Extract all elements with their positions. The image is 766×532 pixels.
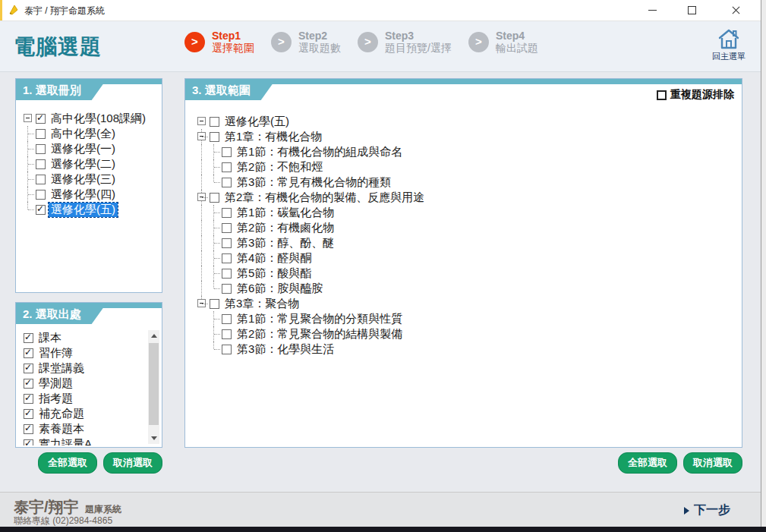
step-3[interactable]: > Step3題目預覽/選擇 xyxy=(358,30,452,54)
tree-checkbox[interactable] xyxy=(222,345,232,354)
tree-checkbox[interactable] xyxy=(210,193,219,203)
scroll-down-icon[interactable] xyxy=(148,433,159,444)
source-item[interactable]: 補充命題 xyxy=(22,406,145,421)
panel-select-source: 2. 選取出處 課本習作簿課堂講義學測題指考題補充命題素養題本實力評量A xyxy=(15,302,162,448)
tree-checkbox[interactable] xyxy=(36,190,46,200)
step-3-sublabel: 題目預覽/選擇 xyxy=(385,42,452,54)
source-item[interactable]: 習作簿 xyxy=(22,345,145,360)
dedupe-checkbox-row[interactable]: 重複題源排除 xyxy=(657,88,734,102)
source-item[interactable]: 學測題 xyxy=(22,376,145,391)
tree-item-label[interactable]: 第1章：有機化合物 xyxy=(222,130,324,144)
tree-item-label[interactable]: 選修化學(五) xyxy=(222,115,292,129)
source-item[interactable]: 實力評量A xyxy=(22,436,145,445)
tree-item-label[interactable]: 高中化學(全) xyxy=(49,127,118,141)
tree-item-label[interactable]: 第3節：化學與生活 xyxy=(235,342,336,357)
tree-checkbox[interactable] xyxy=(222,178,232,187)
tree-checkbox[interactable] xyxy=(222,147,232,157)
tree-item-label[interactable]: 第1節：碳氫化合物 xyxy=(235,206,336,220)
select-all-sources-button[interactable]: 全部選取 xyxy=(38,452,97,474)
tree-row: 第1章：有機化合物 xyxy=(196,129,739,144)
tree-item-label[interactable]: 選修化學(三) xyxy=(49,172,118,187)
tree-checkbox[interactable] xyxy=(36,129,46,139)
page-title: 電腦選題 xyxy=(14,33,102,61)
tree-connector xyxy=(22,172,34,187)
panel-select-scope: 3. 選取範圍 重複題源排除 選修化學(五)第1章：有機化合物第1節：有機化合物… xyxy=(184,78,742,448)
collapse-minus-icon[interactable] xyxy=(197,132,206,140)
tree-item-label[interactable]: 第4節：醛與酮 xyxy=(235,251,314,266)
source-scrollbar[interactable] xyxy=(148,330,159,444)
source-checkbox[interactable] xyxy=(24,348,33,358)
tree-item-label[interactable]: 選修化學(五) xyxy=(49,203,118,217)
tree-connector xyxy=(196,175,208,190)
tree-item-label[interactable]: 選修化學(四) xyxy=(49,187,118,202)
source-item[interactable]: 素養題本 xyxy=(22,421,145,436)
tree-connector xyxy=(22,141,34,156)
tree-item-label[interactable]: 第2節：不飽和烴 xyxy=(235,160,325,175)
source-item[interactable]: 指考題 xyxy=(22,391,145,406)
home-button[interactable]: 回主選單 xyxy=(708,27,750,62)
tree-connector xyxy=(208,235,220,250)
source-checkbox[interactable] xyxy=(24,409,33,419)
tree-item-label[interactable]: 第3章：聚合物 xyxy=(222,297,301,311)
tree-item-label[interactable]: 選修化學(二) xyxy=(49,157,118,172)
tree-checkbox[interactable] xyxy=(222,314,232,324)
step-2[interactable]: > Step2選取題數 xyxy=(271,30,341,54)
tree-checkbox[interactable] xyxy=(36,175,46,184)
scroll-up-icon[interactable] xyxy=(148,330,159,342)
tree-checkbox[interactable] xyxy=(36,159,46,169)
next-step-button[interactable]: 下一步 xyxy=(684,502,730,518)
source-checkbox[interactable] xyxy=(24,439,33,446)
tree-item-label[interactable]: 第1節：有機化合物的組成與命名 xyxy=(235,145,405,159)
tree-item-label[interactable]: 第2節：常見聚合物的結構與製備 xyxy=(235,327,405,342)
collapse-minus-icon[interactable] xyxy=(197,193,206,201)
window-right-edge xyxy=(761,0,766,527)
maximize-button[interactable] xyxy=(675,0,709,20)
tree-item-label[interactable]: 高中化學(108課綱) xyxy=(49,112,148,126)
deselect-scope-button[interactable]: 取消選取 xyxy=(683,452,742,474)
source-checkbox[interactable] xyxy=(24,379,33,389)
tree-checkbox[interactable] xyxy=(222,329,232,339)
tree-checkbox[interactable] xyxy=(36,114,46,124)
tree-row: 第6節：胺與醯胺 xyxy=(196,281,739,296)
book-tree: 高中化學(108課綱)高中化學(全)選修化學(一)選修化學(二)選修化學(三)選… xyxy=(22,111,159,217)
tree-item-label[interactable]: 第3節：常見有機化合物的種類 xyxy=(235,175,393,190)
tree-item-label[interactable]: 第2節：有機鹵化物 xyxy=(235,221,336,235)
source-checkbox[interactable] xyxy=(24,364,33,373)
deselect-sources-button[interactable]: 取消選取 xyxy=(103,452,162,474)
tree-connector xyxy=(196,205,208,220)
minimize-button[interactable] xyxy=(635,0,670,20)
source-checkbox[interactable] xyxy=(24,333,33,343)
tree-checkbox[interactable] xyxy=(222,269,232,279)
select-all-scope-button[interactable]: 全部選取 xyxy=(618,452,677,474)
tree-item-label[interactable]: 選修化學(一) xyxy=(49,142,118,156)
tree-checkbox[interactable] xyxy=(222,223,232,233)
source-item[interactable]: 課堂講義 xyxy=(22,360,145,376)
step-1[interactable]: > Step1選擇範圍 xyxy=(184,30,254,54)
tree-item-label[interactable]: 第6節：胺與醯胺 xyxy=(235,282,325,296)
step-4[interactable]: > Step4輸出試題 xyxy=(468,30,538,54)
source-checkbox[interactable] xyxy=(24,394,33,404)
tree-row: 高中化學(全) xyxy=(22,126,159,141)
tree-checkbox[interactable] xyxy=(222,162,232,172)
collapse-minus-icon[interactable] xyxy=(197,299,206,307)
tree-checkbox[interactable] xyxy=(210,132,219,142)
tree-checkbox[interactable] xyxy=(222,253,232,263)
tree-checkbox[interactable] xyxy=(222,238,232,248)
tree-item-label[interactable]: 第3節：醇、酚、醚 xyxy=(235,236,336,250)
source-checkbox[interactable] xyxy=(24,424,33,434)
tree-item-label[interactable]: 第5節：酸與酯 xyxy=(235,266,314,281)
tree-checkbox[interactable] xyxy=(36,144,46,154)
tree-checkbox[interactable] xyxy=(210,299,219,309)
tree-checkbox[interactable] xyxy=(222,284,232,294)
collapse-minus-icon[interactable] xyxy=(197,117,206,125)
tree-checkbox[interactable] xyxy=(222,208,232,218)
close-button[interactable] xyxy=(719,0,753,20)
tree-checkbox[interactable] xyxy=(210,117,219,127)
dedupe-checkbox[interactable] xyxy=(657,90,667,100)
source-item[interactable]: 課本 xyxy=(22,330,145,345)
tree-checkbox[interactable] xyxy=(36,205,46,215)
tree-item-label[interactable]: 第2章：有機化合物的製備、反應與用途 xyxy=(222,190,427,205)
tree-item-label[interactable]: 第1節：常見聚合物的分類與性質 xyxy=(235,312,405,326)
collapse-minus-icon[interactable] xyxy=(24,114,32,122)
scrollbar-thumb[interactable] xyxy=(149,343,159,425)
